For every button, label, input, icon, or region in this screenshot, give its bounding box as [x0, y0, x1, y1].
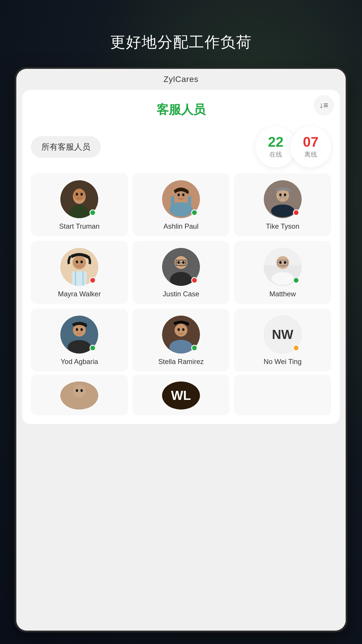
device-inner: ZylCares ↓≡ 客服人员 所有客服人员 22 在线 07 [16, 69, 346, 631]
agent-card[interactable]: Mayra Walker [31, 241, 128, 304]
page-title: 更好地分配工作负荷 [0, 32, 362, 52]
section-title: 客服人员 [28, 96, 334, 127]
status-dot [293, 209, 299, 216]
status-dot [293, 277, 299, 284]
avatar [60, 382, 98, 410]
svg-point-50 [182, 328, 184, 331]
avatar-wrap [162, 248, 200, 286]
agent-name: No Wei Ting [264, 358, 302, 366]
online-label: 在线 [269, 150, 282, 159]
svg-point-41 [272, 272, 294, 285]
avatar-wrap [60, 180, 98, 218]
svg-point-20 [73, 256, 86, 269]
online-count: 22 [268, 135, 283, 149]
svg-point-39 [279, 261, 282, 264]
svg-rect-23 [72, 271, 87, 286]
agent-card[interactable]: Start Truman [31, 173, 128, 236]
avatar-wrap [264, 248, 302, 286]
svg-point-18 [271, 204, 294, 217]
avatar-wrap [162, 180, 200, 218]
agent-name: Tike Tyson [266, 222, 299, 230]
offline-label: 离线 [304, 150, 317, 159]
avatar-wrap [264, 180, 302, 218]
svg-point-4 [76, 193, 78, 196]
offline-stat-circle: 07 离线 [290, 127, 331, 167]
agent-card[interactable]: Tike Tyson [234, 173, 331, 236]
avatar: WL [162, 382, 200, 410]
status-dot [293, 345, 299, 351]
agent-name: Start Truman [59, 222, 100, 230]
status-dot [89, 277, 96, 284]
sort-button[interactable]: ↓≡ [314, 95, 334, 116]
svg-point-32 [178, 261, 180, 264]
svg-point-17 [284, 193, 286, 196]
status-dot [191, 345, 198, 351]
svg-point-55 [80, 389, 83, 392]
svg-point-53 [73, 385, 86, 398]
agent-card-partial[interactable]: WL [133, 374, 230, 415]
agent-name: Mayra Walker [58, 290, 101, 298]
avatar-wrap [60, 248, 98, 286]
agent-card[interactable]: Justin Case [133, 241, 230, 304]
svg-point-40 [284, 261, 286, 264]
agents-grid: Start Truman [28, 173, 334, 374]
agent-name: Matthew [269, 290, 296, 298]
app-content: ↓≡ 客服人员 所有客服人员 22 在线 07 离线 [16, 87, 346, 631]
svg-point-49 [178, 328, 180, 331]
svg-point-22 [80, 260, 83, 263]
svg-point-21 [76, 260, 78, 263]
agent-card[interactable]: Yod Agbaria [31, 309, 128, 372]
svg-point-16 [279, 193, 282, 196]
agent-card-partial[interactable] [31, 374, 128, 415]
avatar-wrap [60, 316, 98, 354]
svg-point-5 [80, 193, 83, 196]
app-name: ZylCares [164, 75, 198, 84]
svg-point-9 [178, 193, 180, 196]
status-dot [89, 209, 96, 216]
avatar-wrap [162, 316, 200, 354]
svg-point-46 [68, 340, 91, 354]
avatar-wrap: NW [264, 316, 302, 354]
agent-card[interactable]: Ashlin Paul [133, 173, 230, 236]
agent-name: Stella Ramirez [158, 358, 204, 366]
svg-point-36 [276, 256, 289, 269]
device-frame: ZylCares ↓≡ 客服人员 所有客服人员 22 在线 07 [15, 67, 347, 632]
svg-point-54 [76, 389, 78, 392]
filter-pill[interactable]: 所有客服人员 [31, 136, 101, 158]
svg-point-33 [182, 261, 184, 264]
status-dot [89, 345, 96, 351]
filter-stats-row: 所有客服人员 22 在线 07 离线 [28, 127, 334, 173]
app-header: ZylCares [16, 69, 346, 87]
status-dot [191, 209, 198, 216]
agent-name: Justin Case [163, 290, 199, 298]
svg-point-45 [80, 328, 83, 331]
online-stat-circle: 22 在线 [255, 127, 296, 167]
agent-name: Ashlin Paul [164, 222, 198, 230]
main-card: ↓≡ 客服人员 所有客服人员 22 在线 07 离线 [22, 90, 340, 424]
stats-circles: 22 在线 07 离线 [255, 127, 331, 167]
agent-card[interactable]: Matthew [234, 241, 331, 304]
svg-point-44 [76, 328, 78, 331]
agent-name: Yod Agbaria [61, 358, 98, 366]
svg-point-48 [175, 324, 187, 337]
agent-card[interactable]: NW No Wei Ting [234, 309, 331, 372]
agent-card-partial-empty [234, 374, 331, 415]
agent-card[interactable]: Stella Ramirez [133, 309, 230, 372]
svg-point-10 [182, 193, 184, 196]
sort-icon: ↓≡ [319, 101, 328, 110]
partial-agents-row: WL [28, 374, 334, 418]
svg-point-13 [169, 202, 193, 217]
offline-count: 07 [303, 135, 318, 149]
status-dot [191, 277, 198, 284]
